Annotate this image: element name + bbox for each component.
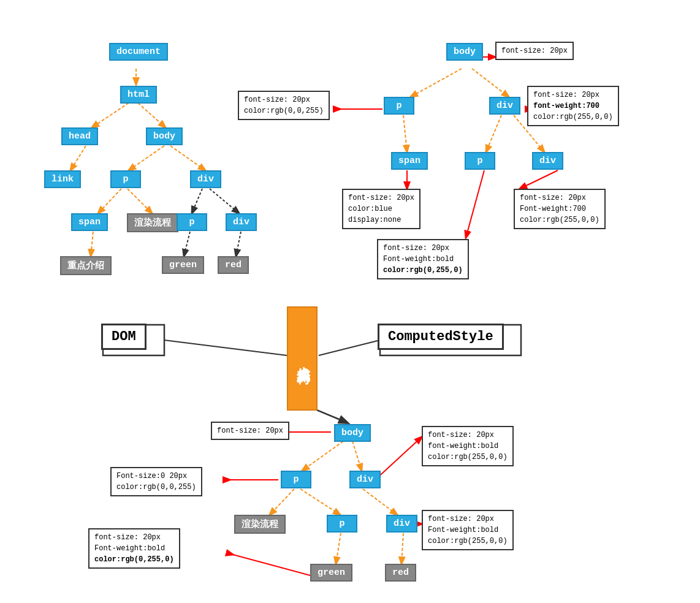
svg-line-5 [170,146,205,170]
svg-line-35 [401,533,403,564]
svg-line-10 [91,232,93,256]
svg-line-7 [127,189,152,213]
node-green-left: green [162,256,204,274]
svg-line-1 [92,103,129,127]
style-span-right: font-size: 20pxcolor:bluedisplay:none [342,189,420,229]
style-body-bottom: font-size: 20px [211,422,289,440]
node-body-left: body [146,127,183,145]
node-p-bottom: p [281,471,311,488]
style-p-bottom2: font-size: 20pxFont-weight:boldcolor:rgb… [422,510,514,550]
svg-line-30 [352,441,362,471]
computed-label: ComputedStyle [378,324,504,350]
node-body-right: body [446,43,483,61]
svg-line-29 [302,441,343,471]
node-div-right: div [489,97,520,115]
node-p-right2: p [465,152,495,170]
svg-line-27 [319,340,380,355]
style-green-bottom: font-size: 20pxFont-weight:boldcolor:rgb… [88,528,180,569]
dom-label: DOM [101,324,146,350]
node-zhuan-bottom: 渲染流程 [234,515,286,534]
svg-line-33 [363,489,397,515]
style-body-right: font-size: 20px [495,42,574,60]
svg-line-31 [270,489,294,515]
node-p-bottom2: p [327,515,357,533]
node-p-left: p [110,170,141,188]
svg-line-11 [184,232,190,256]
svg-line-15 [403,115,407,152]
node-body-bottom: body [334,424,371,442]
svg-line-6 [98,189,121,213]
svg-line-34 [336,533,341,564]
style-div-bottom: font-size: 20pxfont-weight:boldcolor:rgb… [422,426,514,466]
node-head: head [61,127,98,145]
node-div-left2: div [226,213,257,231]
node-span-right: span [391,152,428,170]
svg-line-12 [236,232,241,256]
svg-line-13 [411,69,462,97]
node-green-bottom: green [310,564,352,582]
node-div-bottom2: div [386,515,417,533]
node-div-left: div [190,170,221,188]
node-document: document [109,43,168,61]
svg-line-4 [129,146,164,170]
svg-line-22 [520,170,558,189]
node-red-left: red [218,256,249,274]
style-div-right2: font-size: 20pxFont-weight:700color:rgb(… [514,189,606,229]
node-link: link [44,170,81,188]
svg-line-40 [233,555,313,576]
node-div-bottom: div [349,471,381,488]
svg-line-14 [472,69,509,97]
node-red-bottom: red [385,564,416,582]
svg-line-9 [210,189,239,213]
node-p-left2: p [177,213,207,231]
node-div-right2: div [532,152,563,170]
svg-line-38 [375,437,422,480]
svg-line-16 [486,115,501,152]
style-p-bottom: Font-size:0 20pxcolor:rgb(0,0,255) [110,467,202,496]
style-div-right: font-size: 20pxfont-weight:700color:rgb(… [527,86,619,126]
svg-line-2 [138,103,165,127]
node-zhuan-left: 渲染流程 [127,213,178,232]
style-p-right2: font-size: 20pxFont-weight:boldcolor:rgb… [377,239,469,279]
svg-line-23 [466,170,484,238]
svg-line-26 [164,340,287,355]
node-zhong-left: 重点介绍 [60,256,112,275]
svg-line-3 [70,146,86,170]
svg-line-32 [300,489,340,515]
generate-layout-label: 生成布局树 [287,306,318,411]
node-p-right: p [384,97,414,115]
style-p-right: font-size: 20pxcolor:rgb(0,0,255) [238,91,330,120]
node-span-left: span [71,213,108,231]
svg-line-8 [192,189,202,213]
node-html: html [120,86,157,104]
